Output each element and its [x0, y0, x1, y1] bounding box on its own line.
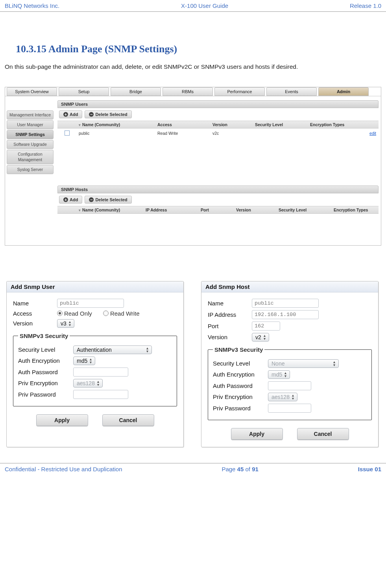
- name-input[interactable]: [252, 299, 319, 308]
- top-tabs: System Overview Setup Bridge RBMs Perfor…: [5, 87, 381, 96]
- fieldset-legend: SNMPv3 Security: [18, 333, 70, 339]
- version-select[interactable]: v3 ▴▾: [57, 319, 74, 328]
- add-host-label: Add: [70, 197, 78, 202]
- auth-password-input[interactable]: [268, 381, 311, 390]
- hosts-col-security[interactable]: Security Level: [276, 208, 331, 212]
- name-input[interactable]: [57, 299, 124, 308]
- apply-button[interactable]: Apply: [36, 414, 88, 426]
- doc-header: BLiNQ Networks Inc. X-100 User Guide Rel…: [0, 0, 386, 12]
- priv-password-input[interactable]: [73, 390, 128, 399]
- tab-events[interactable]: Events: [266, 87, 317, 96]
- tab-system-overview[interactable]: System Overview: [7, 87, 57, 96]
- hosts-col-encryption[interactable]: Encryption Types: [331, 208, 379, 212]
- admin-screenshot: System Overview Setup Bridge RBMs Perfor…: [5, 87, 381, 246]
- security-level-select[interactable]: None ▴▾: [268, 359, 339, 368]
- users-col-security[interactable]: Security Level: [253, 122, 308, 127]
- read-only-radio[interactable]: [57, 311, 63, 316]
- auth-encryption-value: md5: [77, 358, 87, 364]
- delete-user-label: Delete Selected: [95, 112, 127, 117]
- port-input[interactable]: [252, 322, 280, 331]
- hosts-col-ip[interactable]: IP Address: [143, 208, 198, 212]
- tab-performance[interactable]: Performance: [214, 87, 265, 96]
- name-label: Name: [13, 300, 57, 307]
- auth-encryption-label: Auth Encryption: [18, 357, 73, 364]
- add-host-button[interactable]: + Add: [59, 196, 82, 204]
- priv-encryption-select[interactable]: aes128 ▴▾: [268, 393, 297, 401]
- ip-address-label: IP Address: [208, 311, 252, 318]
- priv-encryption-select[interactable]: aes128 ▴▾: [73, 379, 103, 388]
- snmpv3-security-fieldset: SNMPv3 Security Security Level None ▴▾ A…: [208, 346, 372, 420]
- version-value: v2: [255, 334, 261, 340]
- users-col-name[interactable]: Name (Community): [76, 122, 155, 127]
- minus-icon: −: [89, 197, 94, 202]
- users-col-encryption[interactable]: Encryption Types: [308, 122, 357, 127]
- auth-encryption-value: md5: [271, 371, 282, 378]
- row-edit-link[interactable]: edit: [369, 131, 376, 136]
- cancel-button[interactable]: Cancel: [297, 428, 349, 440]
- security-level-select[interactable]: Authentication ▴▾: [73, 345, 152, 354]
- of-word: of: [244, 466, 252, 472]
- sidebar-item-snmp-settings[interactable]: SNMP Settings: [7, 130, 54, 139]
- security-level-label: Security Level: [18, 346, 73, 353]
- priv-encryption-label: Priv Encryption: [18, 380, 73, 386]
- sidebar-item-configuration-management[interactable]: Configuration Management: [7, 150, 54, 164]
- priv-password-input[interactable]: [268, 404, 311, 413]
- doc-header-left: BLiNQ Networks Inc.: [5, 2, 59, 9]
- delete-selected-host-button[interactable]: − Delete Selected: [85, 196, 131, 204]
- auth-password-label: Auth Password: [18, 369, 73, 375]
- row-checkbox[interactable]: [65, 130, 70, 136]
- delete-selected-user-button[interactable]: − Delete Selected: [85, 110, 131, 118]
- tab-bridge[interactable]: Bridge: [111, 87, 161, 96]
- add-snmp-user-dialog: Add Snmp User Name Access Read Only Read…: [6, 281, 184, 447]
- cancel-button[interactable]: Cancel: [102, 414, 154, 426]
- plus-icon: +: [63, 197, 68, 202]
- admin-sidebar: Management Interface User Manager SNMP S…: [5, 96, 55, 245]
- section-description: On this sub-page the administrator can a…: [5, 63, 381, 71]
- snmpv3-security-fieldset: SNMPv3 Security Security Level Authentic…: [13, 333, 177, 406]
- sidebar-item-software-upgrade[interactable]: Software Upgrade: [7, 140, 54, 149]
- stepper-icon: ▴▾: [97, 380, 99, 386]
- security-level-label: Security Level: [213, 360, 268, 367]
- sidebar-item-user-manager[interactable]: User Manager: [7, 120, 54, 129]
- tab-rbms[interactable]: RBMs: [163, 87, 213, 96]
- apply-button[interactable]: Apply: [231, 428, 283, 440]
- priv-encryption-label: Priv Encryption: [213, 393, 268, 400]
- auth-encryption-select[interactable]: md5 ▴▾: [268, 370, 290, 379]
- plus-icon: +: [63, 112, 68, 117]
- dialog-title: Add Snmp Host: [201, 281, 378, 292]
- stepper-icon: ▴▾: [333, 360, 335, 367]
- ip-address-input[interactable]: [252, 310, 319, 319]
- version-select[interactable]: v2 ▴▾: [252, 333, 269, 342]
- row-version: v2c: [210, 131, 253, 136]
- dialog-title: Add Snmp User: [7, 281, 183, 292]
- version-value: v3: [61, 320, 66, 327]
- security-level-value: Authentication: [77, 347, 112, 353]
- tab-setup[interactable]: Setup: [59, 87, 109, 96]
- priv-password-label: Priv Password: [213, 405, 268, 412]
- page-current: 45: [237, 466, 244, 472]
- tab-admin[interactable]: Admin: [318, 87, 369, 96]
- delete-host-label: Delete Selected: [95, 197, 127, 202]
- sidebar-item-management-interface[interactable]: Management Interface: [7, 110, 54, 119]
- users-table-header: Name (Community) Access Version Security…: [57, 121, 379, 129]
- doc-header-right: Release 1.0: [350, 2, 381, 9]
- hosts-col-port[interactable]: Port: [198, 208, 234, 212]
- auth-password-input[interactable]: [73, 368, 128, 377]
- users-col-version[interactable]: Version: [210, 122, 253, 127]
- stepper-icon: ▴▾: [284, 371, 286, 378]
- page-word: Page: [222, 466, 237, 472]
- hosts-col-version[interactable]: Version: [234, 208, 276, 212]
- sidebar-item-syslog-server[interactable]: Syslog Server: [7, 165, 54, 174]
- auth-encryption-select[interactable]: md5 ▴▾: [73, 356, 95, 365]
- stepper-icon: ▴▾: [90, 358, 92, 364]
- read-write-radio[interactable]: [103, 311, 109, 316]
- version-label: Version: [13, 320, 57, 327]
- add-user-button[interactable]: + Add: [59, 110, 82, 118]
- users-col-access[interactable]: Access: [155, 122, 210, 127]
- row-access: Read Write: [155, 131, 210, 136]
- users-table-row[interactable]: public Read Write v2c edit: [57, 129, 379, 138]
- name-label: Name: [208, 300, 252, 307]
- version-label: Version: [208, 334, 252, 340]
- hosts-col-name[interactable]: Name (Community): [76, 208, 143, 212]
- priv-encryption-value: aes128: [77, 380, 95, 386]
